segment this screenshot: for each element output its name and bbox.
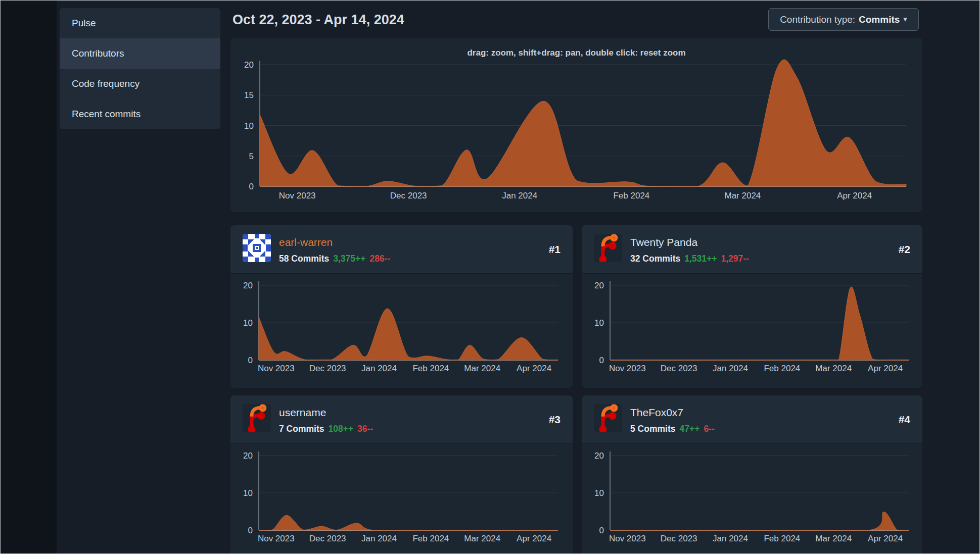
contributor-rank: #2: [899, 243, 910, 256]
svg-text:Feb 2024: Feb 2024: [764, 534, 800, 543]
svg-text:Nov 2023: Nov 2023: [279, 191, 316, 200]
svg-text:10: 10: [594, 488, 604, 498]
contributors-page: Pulse Contributors Code frequency Recent…: [1, 1, 979, 553]
contributor-activity-chart[interactable]: 01020Nov 2023Dec 2023Jan 2024Feb 2024Mar…: [589, 447, 916, 548]
svg-text:Jan 2024: Jan 2024: [713, 364, 748, 373]
svg-text:20: 20: [594, 451, 604, 461]
contributor-name[interactable]: TheFox0x7: [630, 407, 683, 419]
additions-count: 3,375++: [333, 254, 365, 264]
svg-text:Apr 2024: Apr 2024: [517, 534, 551, 543]
contribution-type-dropdown[interactable]: Contribution type: Commits ▾: [768, 8, 919, 31]
identicon-avatar-image: [243, 234, 271, 262]
svg-text:0: 0: [599, 526, 604, 535]
contributor-card: earl-warren 58 Commits3,375++286-- #1 01…: [230, 225, 573, 388]
contributor-activity-chart[interactable]: 01020Nov 2023Dec 2023Jan 2024Feb 2024Mar…: [238, 447, 565, 548]
deletions-count: 36--: [357, 424, 373, 434]
svg-text:Dec 2023: Dec 2023: [309, 534, 346, 543]
svg-text:Feb 2024: Feb 2024: [412, 534, 449, 543]
contributor-rank: #4: [899, 414, 910, 426]
commit-count: 5 Commits: [630, 424, 675, 434]
svg-text:Feb 2024: Feb 2024: [764, 364, 800, 373]
svg-text:20: 20: [244, 60, 254, 70]
sidebar-item-code-frequency[interactable]: Code frequency: [60, 69, 220, 99]
svg-text:10: 10: [244, 121, 254, 131]
contributor-stats: 32 Commits1,531++1,297--: [630, 254, 749, 264]
svg-text:Mar 2024: Mar 2024: [724, 191, 761, 200]
svg-text:20: 20: [243, 451, 253, 461]
contributor-stats: 7 Commits108++36--: [279, 424, 373, 434]
contributor-name-link[interactable]: earl-warren: [279, 236, 333, 248]
svg-text:0: 0: [248, 526, 253, 535]
contributor-activity-chart[interactable]: 01020Nov 2023Dec 2023Jan 2024Feb 2024Mar…: [589, 277, 916, 378]
svg-text:Dec 2023: Dec 2023: [661, 534, 697, 543]
contributor-card: username 7 Commits108++36-- #3 01020Nov …: [230, 395, 573, 553]
contributor-activity-chart[interactable]: 01020Nov 2023Dec 2023Jan 2024Feb 2024Mar…: [238, 277, 565, 378]
svg-text:Nov 2023: Nov 2023: [609, 534, 646, 543]
svg-text:Apr 2024: Apr 2024: [868, 364, 903, 373]
svg-text:Jan 2024: Jan 2024: [361, 364, 397, 373]
svg-text:Mar 2024: Mar 2024: [815, 534, 852, 543]
svg-text:Nov 2023: Nov 2023: [258, 364, 295, 373]
commit-count: 7 Commits: [279, 424, 324, 434]
svg-text:15: 15: [244, 90, 254, 100]
repo-activity-sidebar: Pulse Contributors Code frequency Recent…: [60, 8, 220, 129]
caret-down-icon: ▾: [903, 15, 907, 23]
svg-text:Jan 2024: Jan 2024: [713, 534, 748, 543]
svg-text:Nov 2023: Nov 2023: [258, 534, 295, 543]
contributor-stats: 5 Commits47++6--: [630, 424, 715, 434]
contributor-card-header: earl-warren 58 Commits3,375++286-- #1: [230, 225, 573, 274]
deletions-count: 6--: [704, 424, 714, 434]
svg-text:20: 20: [594, 281, 604, 290]
forgejo-logo-icon: [243, 404, 271, 432]
contribution-type-value: Commits: [859, 14, 900, 25]
svg-text:20: 20: [243, 281, 253, 290]
commit-count: 32 Commits: [630, 254, 680, 264]
contributor-card-header: TheFox0x7 5 Commits47++6-- #4: [582, 395, 922, 444]
overall-activity-card: drag: zoom, shift+drag: pan, double clic…: [230, 38, 922, 212]
svg-text:0: 0: [248, 356, 253, 365]
contributor-card: Twenty Panda 32 Commits1,531++1,297-- #2…: [582, 225, 922, 388]
avatar[interactable]: [594, 404, 622, 432]
contributor-card-header: username 7 Commits108++36-- #3: [230, 395, 573, 444]
svg-text:Feb 2024: Feb 2024: [412, 364, 449, 373]
avatar[interactable]: [243, 234, 271, 262]
sidebar-item-contributors[interactable]: Contributors: [60, 38, 220, 69]
svg-text:10: 10: [594, 318, 604, 328]
sidebar-item-recent-commits[interactable]: Recent commits: [60, 99, 220, 129]
deletions-count: 286--: [369, 254, 390, 264]
svg-text:Mar 2024: Mar 2024: [815, 364, 852, 373]
svg-text:Feb 2024: Feb 2024: [613, 191, 649, 200]
svg-text:0: 0: [599, 356, 604, 365]
svg-text:Apr 2024: Apr 2024: [837, 191, 872, 200]
svg-text:Jan 2024: Jan 2024: [361, 534, 397, 543]
contributor-rank: #3: [549, 414, 561, 426]
commit-count: 58 Commits: [279, 254, 329, 264]
svg-text:Apr 2024: Apr 2024: [868, 534, 903, 543]
svg-text:0: 0: [249, 182, 254, 191]
svg-text:Apr 2024: Apr 2024: [517, 364, 551, 373]
svg-text:Mar 2024: Mar 2024: [464, 364, 500, 373]
svg-text:Nov 2023: Nov 2023: [609, 364, 646, 373]
contributor-name[interactable]: Twenty Panda: [630, 236, 697, 248]
main-activity-chart[interactable]: 05101520Nov 2023Dec 2023Jan 2024Feb 2024…: [237, 56, 916, 208]
avatar[interactable]: [243, 404, 271, 432]
svg-text:10: 10: [243, 318, 253, 328]
additions-count: 1,531++: [684, 254, 717, 264]
additions-count: 47++: [679, 424, 699, 434]
contribution-type-label: Contribution type:: [780, 14, 855, 25]
forgejo-logo-icon: [594, 404, 622, 432]
sidebar-item-pulse[interactable]: Pulse: [60, 8, 220, 38]
svg-text:10: 10: [243, 488, 253, 498]
avatar[interactable]: [594, 234, 622, 262]
forgejo-logo-icon: [594, 234, 622, 262]
svg-text:Jan 2024: Jan 2024: [502, 191, 537, 200]
svg-text:Mar 2024: Mar 2024: [464, 534, 500, 543]
additions-count: 108++: [328, 424, 353, 434]
svg-text:Dec 2023: Dec 2023: [661, 364, 697, 373]
svg-text:Dec 2023: Dec 2023: [390, 191, 427, 200]
svg-text:5: 5: [249, 152, 254, 161]
contributor-name[interactable]: username: [279, 407, 326, 419]
contributor-card-header: Twenty Panda 32 Commits1,531++1,297-- #2: [582, 225, 922, 274]
date-range-title: Oct 22, 2023 - Apr 14, 2024: [232, 12, 404, 28]
contributor-stats: 58 Commits3,375++286--: [279, 254, 390, 264]
